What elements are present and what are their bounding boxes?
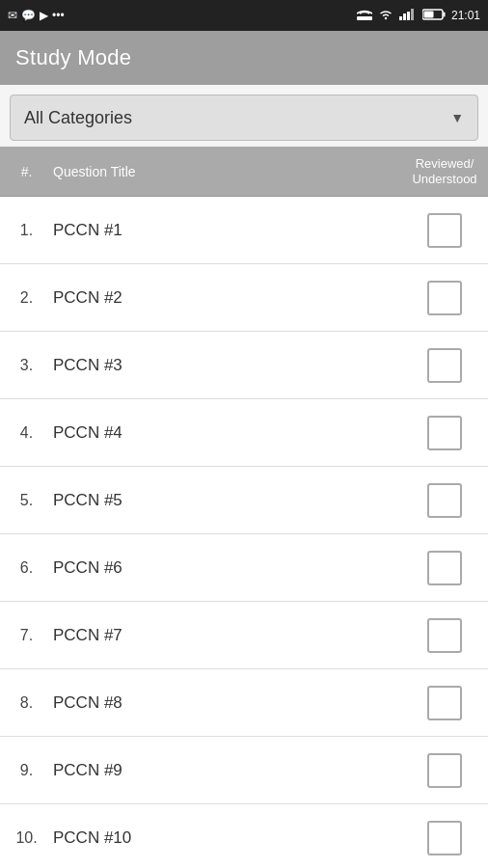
row-title: PCCN #9 [53,761,401,780]
row-number: 4. [0,424,53,442]
row-number: 3. [0,357,53,374]
reviewed-checkbox[interactable] [427,686,462,720]
row-title: PCCN #2 [53,288,401,308]
row-title: PCCN #7 [53,626,401,645]
status-bar-right: 21:01 [357,9,480,23]
row-title: PCCN #6 [53,558,401,578]
row-checkbox-container[interactable] [401,618,488,653]
time-display: 21:01 [451,9,480,22]
cast-icon [357,9,372,23]
row-checkbox-container[interactable] [401,281,488,315]
app-bar: Study Mode [0,31,488,85]
row-number: 10. [0,829,53,847]
table-body: 1.PCCN #12.PCCN #23.PCCN #34.PCCN #45.PC… [0,197,488,868]
table-row: 10.PCCN #10 [0,804,488,868]
svg-rect-7 [423,11,433,17]
table-row: 6.PCCN #6 [0,534,488,602]
svg-rect-6 [443,12,445,16]
table-row: 7.PCCN #7 [0,602,488,669]
row-number: 2. [0,289,53,307]
status-bar-left: ✉ 💬 ▶ ••• [8,9,65,22]
row-title: PCCN #5 [53,491,401,510]
row-title: PCCN #3 [53,356,401,375]
row-number: 6. [0,559,53,577]
row-number: 9. [0,762,53,779]
row-number: 8. [0,694,53,712]
reviewed-checkbox[interactable] [427,416,462,450]
row-checkbox-container[interactable] [401,753,488,788]
reviewed-checkbox[interactable] [427,348,462,383]
table-row: 3.PCCN #3 [0,332,488,399]
reviewed-checkbox[interactable] [427,483,462,518]
status-bar: ✉ 💬 ▶ ••• [0,0,488,31]
column-header-reviewed: Reviewed/Understood [401,156,488,186]
page-title: Study Mode [15,45,131,70]
reviewed-checkbox[interactable] [427,281,462,315]
row-number: 1. [0,222,53,239]
reviewed-checkbox[interactable] [427,753,462,788]
svg-rect-0 [357,16,372,20]
battery-icon [422,9,446,23]
svg-rect-4 [411,9,414,20]
category-dropdown[interactable]: All Categories ▼ [10,95,478,141]
table-row: 1.PCCN #1 [0,197,488,264]
signal-icon [399,9,417,23]
reviewed-checkbox[interactable] [427,618,462,653]
youtube-icon: ▶ [40,9,48,22]
row-checkbox-container[interactable] [401,483,488,518]
dropdown-label: All Categories [24,108,132,128]
column-header-num: #. [0,164,53,179]
chevron-down-icon: ▼ [450,110,464,125]
svg-rect-1 [399,16,402,20]
row-checkbox-container[interactable] [401,348,488,383]
row-title: PCCN #4 [53,423,401,443]
row-number: 5. [0,492,53,509]
table-row: 9.PCCN #9 [0,737,488,804]
table-row: 5.PCCN #5 [0,467,488,534]
message-icon: 💬 [21,9,36,22]
gmail-icon: ✉ [8,9,17,22]
table-row: 4.PCCN #4 [0,399,488,467]
svg-rect-2 [403,14,406,20]
reviewed-checkbox[interactable] [427,821,462,855]
row-checkbox-container[interactable] [401,551,488,585]
row-checkbox-container[interactable] [401,416,488,450]
table-row: 2.PCCN #2 [0,264,488,332]
wifi-icon [378,9,393,23]
row-checkbox-container[interactable] [401,213,488,248]
row-checkbox-container[interactable] [401,821,488,855]
column-header-title: Question Title [53,164,401,179]
more-icon: ••• [52,9,65,22]
row-title: PCCN #8 [53,693,401,713]
table-row: 8.PCCN #8 [0,669,488,737]
svg-rect-3 [407,12,410,20]
reviewed-checkbox[interactable] [427,213,462,248]
row-title: PCCN #10 [53,828,401,848]
reviewed-checkbox[interactable] [427,551,462,585]
table-header: #. Question Title Reviewed/Understood [0,147,488,197]
row-number: 7. [0,627,53,644]
row-title: PCCN #1 [53,221,401,240]
row-checkbox-container[interactable] [401,686,488,720]
